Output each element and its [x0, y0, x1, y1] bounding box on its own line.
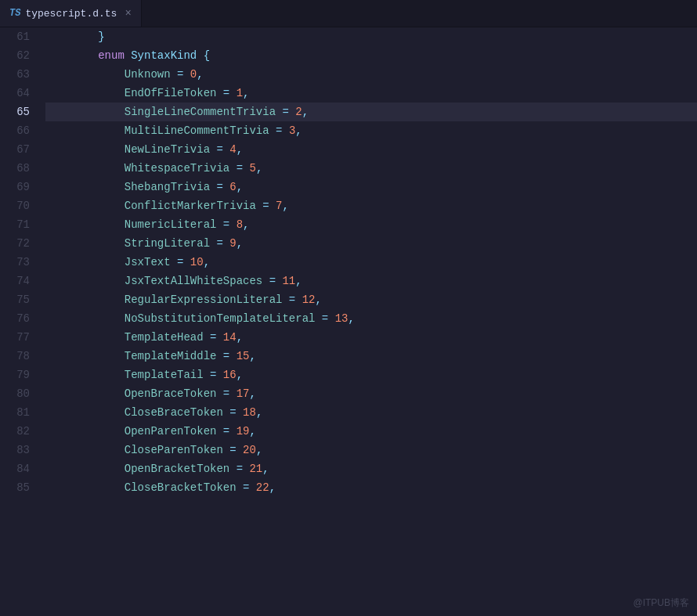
code-token-punct: , — [249, 384, 255, 403]
line-number: 80 — [0, 384, 39, 403]
code-token-num: 6 — [229, 178, 236, 196]
code-line: NoSubstitutionTemplateLiteral = 13, — [45, 309, 697, 328]
code-token-punct: , — [269, 478, 276, 497]
code-token-member: TemplateMiddle — [45, 347, 216, 366]
code-token-punct: = — [256, 196, 276, 215]
code-token-member: OpenParenToken — [45, 422, 216, 441]
code-token-punct: = — [216, 384, 236, 403]
tab-close-button[interactable]: × — [125, 7, 131, 20]
code-token-punct: = — [204, 366, 223, 384]
code-line: JsxTextAllWhiteSpaces = 11, — [45, 272, 697, 290]
code-line: Unknown = 0, — [45, 65, 697, 84]
code-line: ShebangTrivia = 6, — [45, 178, 697, 196]
code-token-punct: , — [204, 253, 210, 272]
code-line: NewLineTrivia = 4, — [45, 140, 697, 159]
code-token-punct: = — [216, 347, 236, 366]
line-number: 84 — [0, 459, 39, 478]
code-token-member: OpenBraceToken — [45, 384, 216, 403]
typescript-icon: TS — [9, 8, 20, 19]
code-token-num: 15 — [237, 347, 250, 366]
code-token-punct: = — [229, 159, 249, 178]
code-token-punct: = — [204, 328, 223, 347]
line-number: 68 — [0, 159, 39, 178]
code-line: TemplateTail = 16, — [45, 366, 697, 384]
code-line: JsxText = 10, — [45, 253, 697, 272]
code-token-punct: , — [243, 215, 249, 234]
code-token-punct: = — [171, 65, 190, 84]
code-token-member: TemplateTail — [45, 366, 204, 384]
line-number: 79 — [0, 366, 39, 384]
code-line: OpenBracketToken = 21, — [45, 459, 697, 478]
code-token-punct: , — [295, 121, 302, 140]
line-number: 78 — [0, 347, 39, 366]
line-number: 72 — [0, 234, 39, 253]
code-token-punct: , — [315, 290, 321, 309]
code-token-num: 9 — [229, 234, 236, 253]
code-token-member: NumericLiteral — [45, 215, 216, 234]
line-number: 65 — [0, 103, 39, 121]
code-token-num: 22 — [256, 478, 269, 497]
code-token-punct: , — [295, 272, 302, 290]
code-token-num: 11 — [282, 272, 295, 290]
line-number: 67 — [0, 140, 39, 159]
code-token-member: ShebangTrivia — [45, 178, 210, 196]
line-number: 70 — [0, 196, 39, 215]
line-number: 76 — [0, 309, 39, 328]
code-token-punct: , — [237, 140, 243, 159]
line-number: 74 — [0, 272, 39, 290]
code-token-punct: = — [171, 253, 190, 272]
tab-bar: TS typescript.d.ts × — [0, 0, 697, 27]
code-token-member: RegularExpressionLiteral — [45, 290, 282, 309]
line-number: 62 — [0, 46, 39, 65]
code-token-punct: } — [45, 27, 105, 46]
code-line: NumericLiteral = 8, — [45, 215, 697, 234]
code-line: EndOfFileToken = 1, — [45, 84, 697, 103]
code-line: RegularExpressionLiteral = 12, — [45, 290, 697, 309]
line-number: 82 — [0, 422, 39, 441]
code-token-punct: { — [197, 46, 210, 65]
code-line: OpenBraceToken = 17, — [45, 384, 697, 403]
code-token-punct: = — [269, 121, 289, 140]
code-token-punct: , — [348, 309, 355, 328]
code-token-punct: = — [216, 84, 236, 103]
code-token-num: 4 — [229, 140, 236, 159]
code-token-punct: , — [249, 422, 255, 441]
code-line: } — [45, 27, 697, 46]
code-line: CloseBracketToken = 22, — [45, 478, 697, 497]
code-token-punct: , — [302, 103, 309, 121]
code-token-num: 19 — [237, 422, 250, 441]
code-content[interactable]: } enum SyntaxKind { Unknown = 0, EndOfFi… — [39, 27, 697, 616]
code-token-member: NewLineTrivia — [45, 140, 210, 159]
code-token-punct: = — [210, 234, 229, 253]
code-token-member: CloseBraceToken — [45, 403, 223, 422]
line-number: 61 — [0, 27, 39, 46]
line-number: 71 — [0, 215, 39, 234]
code-token-punct: = — [282, 290, 302, 309]
code-token-member: SingleLineCommentTrivia — [45, 103, 276, 121]
code-token-num: 2 — [295, 103, 302, 121]
code-token-member: MultiLineCommentTrivia — [45, 121, 269, 140]
code-token-num: 1 — [237, 84, 243, 103]
code-token-num: 16 — [223, 366, 237, 384]
file-tab[interactable]: TS typescript.d.ts × — [0, 0, 142, 27]
line-number: 81 — [0, 403, 39, 422]
code-token-member: JsxText — [45, 253, 171, 272]
code-token-kw: enum — [45, 46, 131, 65]
line-number: 64 — [0, 84, 39, 103]
code-line: TemplateMiddle = 15, — [45, 347, 697, 366]
code-token-num: 7 — [276, 196, 282, 215]
code-line: StringLiteral = 9, — [45, 234, 697, 253]
tab-filename: typescript.d.ts — [25, 8, 117, 20]
code-line: enum SyntaxKind { — [45, 46, 697, 65]
line-number: 69 — [0, 178, 39, 196]
code-token-punct: = — [223, 403, 243, 422]
code-line: SingleLineCommentTrivia = 2, — [45, 103, 697, 121]
code-token-punct: , — [249, 347, 255, 366]
code-token-punct: = — [210, 140, 229, 159]
code-token-punct: , — [256, 403, 262, 422]
code-token-punct: , — [237, 178, 243, 196]
code-token-punct: = — [223, 441, 243, 459]
code-token-num: 8 — [237, 215, 243, 234]
line-number: 83 — [0, 441, 39, 459]
code-token-punct: , — [243, 84, 249, 103]
